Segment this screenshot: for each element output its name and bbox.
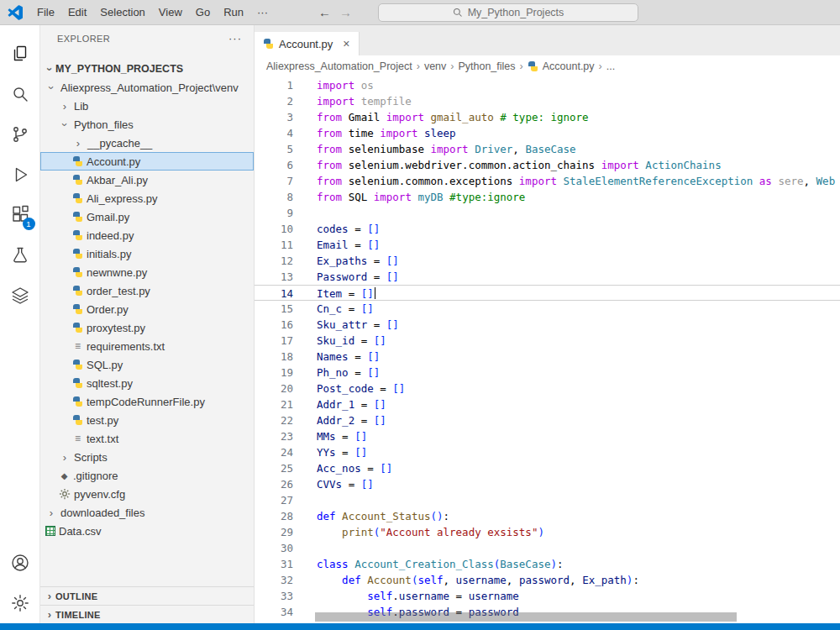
code-line[interactable]: 12Ex_paths = []	[255, 253, 840, 269]
code-line[interactable]: 26CVVs = []	[255, 476, 840, 492]
tree-item[interactable]: sqltest.py	[40, 374, 254, 392]
code-line[interactable]: 8from SQL import myDB #type:ignore	[255, 189, 840, 205]
outline-section[interactable]: ›OUTLINE	[40, 586, 254, 605]
line-number[interactable]: 7	[255, 173, 293, 189]
tree-item[interactable]: newnwne.py	[40, 263, 254, 281]
line-number[interactable]: 27	[255, 492, 293, 508]
code-line[interactable]: 31class Account_Creation_Class(BaseCase)…	[255, 556, 840, 572]
code-line[interactable]: 21Addr_1 = []	[255, 396, 840, 412]
code-line[interactable]: 15Cn_c = []	[255, 301, 840, 317]
code-line[interactable]: 29 print("Account already exsists")	[255, 524, 840, 540]
code-line[interactable]: 11Email = []	[255, 237, 840, 253]
source-control-icon[interactable]	[0, 114, 40, 155]
line-number[interactable]: 10	[255, 221, 293, 237]
line-number[interactable]: 23	[255, 428, 293, 444]
code-line[interactable]: 2import tempfile	[255, 93, 840, 109]
code-line[interactable]: 5from seleniumbase import Driver, BaseCa…	[255, 141, 840, 157]
breadcrumb-item[interactable]: Account.py	[543, 60, 595, 72]
tree-root[interactable]: › MY_PYTHON_PROJECTS	[40, 60, 254, 78]
code-line[interactable]: 24YYs = []	[255, 444, 840, 460]
settings-gear-icon[interactable]	[0, 583, 40, 623]
code-line[interactable]: 28def Account_Status():	[255, 508, 840, 524]
line-number[interactable]: 33	[255, 588, 293, 604]
close-icon[interactable]: ×	[343, 37, 349, 50]
tree-item[interactable]: Data.csv	[40, 522, 254, 540]
code-line[interactable]: 6from selenium.webdriver.common.action_c…	[255, 157, 840, 173]
menu-overflow[interactable]: ···	[250, 0, 275, 25]
line-number[interactable]: 4	[255, 125, 293, 141]
tree-item[interactable]: ›Lib	[40, 97, 254, 115]
code-line[interactable]: 27	[255, 492, 840, 508]
run-debug-icon[interactable]	[0, 155, 40, 195]
code-line[interactable]: 3from Gmail import gmail_auto # type: ig…	[255, 109, 840, 125]
line-number[interactable]: 24	[255, 444, 293, 460]
line-number[interactable]: 19	[255, 365, 293, 381]
explorer-icon[interactable]	[0, 34, 40, 74]
account-icon[interactable]	[0, 543, 40, 583]
tree-item[interactable]: ›Python_files	[40, 115, 254, 134]
tree-item[interactable]: initials.py	[40, 244, 254, 263]
line-number[interactable]: 16	[255, 317, 293, 333]
code-area[interactable]: 1import os2import tempfile3from Gmail im…	[255, 77, 840, 620]
tree-item[interactable]: indeed.py	[40, 226, 254, 244]
line-number[interactable]: 6	[255, 157, 293, 173]
code-line[interactable]: 13Password = []	[255, 269, 840, 285]
menu-file[interactable]: File	[30, 0, 61, 25]
command-center-search[interactable]: My_Python_Projects	[378, 3, 638, 22]
tree-item[interactable]: ≡text.txt	[40, 429, 254, 448]
line-number[interactable]: 1	[255, 77, 293, 93]
back-arrow-icon[interactable]: ←	[318, 5, 331, 19]
more-actions-icon[interactable]: ···	[228, 32, 242, 45]
code-line[interactable]: 1import os	[255, 77, 840, 93]
line-number[interactable]: 9	[255, 205, 293, 221]
line-number[interactable]: 34	[255, 604, 293, 620]
line-number[interactable]: 18	[255, 349, 293, 365]
horizontal-scrollbar[interactable]	[315, 612, 737, 622]
line-number[interactable]: 32	[255, 572, 293, 588]
code-line[interactable]: 17Sku_id = []	[255, 333, 840, 349]
tab-account-py[interactable]: Account.py ×	[255, 32, 360, 55]
line-number[interactable]: 26	[255, 476, 293, 492]
tree-item[interactable]: SQL.py	[40, 355, 254, 374]
timeline-section[interactable]: ›TIMELINE	[40, 605, 254, 623]
code-line[interactable]: 4from time import sleep	[255, 125, 840, 141]
line-number[interactable]: 11	[255, 237, 293, 253]
line-number[interactable]: 13	[255, 269, 293, 285]
menu-edit[interactable]: Edit	[61, 0, 93, 25]
tree-item[interactable]: pyvenv.cfg	[40, 485, 254, 503]
search-sidebar-icon[interactable]	[0, 74, 40, 114]
line-number[interactable]: 21	[255, 396, 293, 412]
tree-item[interactable]: Gmail.py	[40, 207, 254, 226]
code-line[interactable]: 19Ph_no = []	[255, 365, 840, 381]
code-line[interactable]: 9	[255, 205, 840, 221]
tree-item[interactable]: ›Aliexpress_Automation_Project\venv	[40, 78, 254, 97]
tree-item[interactable]: Ali_express.py	[40, 189, 254, 207]
tree-item[interactable]: test.py	[40, 411, 254, 429]
line-number[interactable]: 17	[255, 333, 293, 349]
code-line[interactable]: 33 self.username = username	[255, 588, 840, 604]
tree-item[interactable]: Akbar_Ali.py	[40, 171, 254, 189]
code-line[interactable]: 7from selenium.common.exceptions import …	[255, 173, 840, 189]
line-number[interactable]: 2	[255, 93, 293, 109]
line-number[interactable]: 8	[255, 189, 293, 205]
tree-item[interactable]: ◆.gitignore	[40, 466, 254, 485]
layers-icon[interactable]	[0, 276, 40, 316]
line-number[interactable]: 14	[255, 286, 293, 300]
tree-item[interactable]: order_test.py	[40, 281, 254, 300]
extensions-icon[interactable]: 1	[0, 195, 40, 235]
tree-item[interactable]: ›downloaded_files	[40, 503, 254, 522]
tree-item[interactable]: tempCodeRunnerFile.py	[40, 392, 254, 411]
breadcrumb-item[interactable]: venv	[424, 60, 446, 72]
code-line[interactable]: 30	[255, 540, 840, 556]
line-number[interactable]: 15	[255, 301, 293, 317]
code-line[interactable]: 25Acc_nos = []	[255, 460, 840, 476]
line-number[interactable]: 20	[255, 381, 293, 396]
menu-view[interactable]: View	[152, 0, 189, 25]
line-number[interactable]: 22	[255, 412, 293, 428]
forward-arrow-icon[interactable]: →	[339, 5, 352, 19]
line-number[interactable]: 31	[255, 556, 293, 572]
code-line[interactable]: 20Post_code = []	[255, 381, 840, 396]
code-line[interactable]: 18Names = []	[255, 349, 840, 365]
code-line[interactable]: 32 def Account(self, username, password,…	[255, 572, 840, 588]
tree-item[interactable]: ›Scripts	[40, 448, 254, 466]
